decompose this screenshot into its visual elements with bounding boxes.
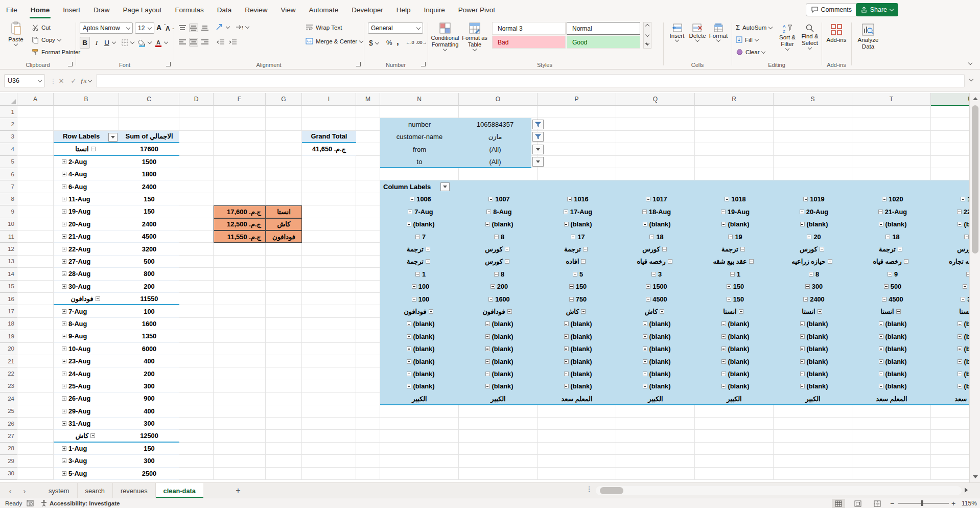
- row-header-10[interactable]: 10: [0, 218, 17, 230]
- row-header-12[interactable]: 12: [0, 243, 17, 255]
- pivot-cell[interactable]: 1: [931, 268, 969, 280]
- grand-total-header[interactable]: Grand Total: [302, 131, 356, 143]
- row-header-21[interactable]: 21: [0, 355, 17, 367]
- pivot-cell[interactable]: (blank): [538, 343, 616, 355]
- summary-value-فودافون[interactable]: ج.م. 11,550: [214, 230, 266, 243]
- pivot-cell[interactable]: (blank): [459, 380, 538, 392]
- collapse-box-icon[interactable]: [505, 247, 509, 251]
- pivot-cell[interactable]: (blank): [459, 318, 538, 330]
- zoom-level[interactable]: 115%: [962, 498, 977, 508]
- collapse-box-icon[interactable]: [721, 321, 726, 326]
- pivot-cell[interactable]: (blank): [852, 218, 931, 230]
- pivot-cell[interactable]: 18-Aug: [616, 205, 695, 218]
- row-header-8[interactable]: 8: [0, 193, 17, 205]
- pivot-cell[interactable]: (blank): [852, 318, 931, 330]
- pivot-cell[interactable]: 500: [852, 281, 931, 293]
- collapse-box-icon[interactable]: [805, 284, 810, 289]
- sheet-tab-clean-data[interactable]: clean-data: [156, 483, 203, 498]
- pivot-cell[interactable]: 17: [538, 230, 616, 243]
- collapse-box-icon[interactable]: [882, 197, 886, 201]
- summary-name-فودافون[interactable]: فودافون: [266, 230, 302, 243]
- pivot-cell[interactable]: (blank): [852, 355, 931, 367]
- collapse-box-icon[interactable]: [407, 334, 411, 339]
- rowvalue-21-Aug[interactable]: 4500: [119, 230, 179, 243]
- sheet-tab-system[interactable]: system: [41, 483, 78, 498]
- collapse-box-icon[interactable]: [879, 321, 883, 326]
- pivot-cell[interactable]: 200: [459, 281, 538, 293]
- collapse-box-icon[interactable]: [643, 359, 647, 364]
- pivot-cell[interactable]: كاش: [616, 305, 695, 317]
- pivot-cell[interactable]: (blank): [774, 355, 852, 367]
- pivot-cell[interactable]: (blank): [931, 330, 969, 342]
- pivot-cell[interactable]: (blank): [459, 355, 538, 367]
- row-header-15[interactable]: 15: [0, 281, 17, 293]
- pivot-cell[interactable]: ترجمة: [538, 243, 616, 255]
- collapse-box-icon[interactable]: [727, 297, 731, 302]
- expand-box-icon[interactable]: [62, 271, 66, 276]
- rowvalue-22-Aug[interactable]: 3200: [119, 243, 179, 255]
- collapse-box-icon[interactable]: [721, 334, 726, 339]
- row-header-19[interactable]: 19: [0, 330, 17, 342]
- collapse-box-icon[interactable]: [958, 372, 962, 376]
- row-header-27[interactable]: 27: [0, 430, 17, 442]
- grand-total-value[interactable]: ج.م. 41,650: [302, 143, 356, 155]
- collapse-box-icon[interactable]: [800, 347, 805, 351]
- pivot-cell[interactable]: الكبير: [616, 392, 695, 405]
- rowlabel-2-Aug[interactable]: 2-Aug: [54, 156, 119, 168]
- pivot-cell[interactable]: 8: [459, 230, 538, 243]
- rowlabel-20-Aug[interactable]: 20-Aug: [54, 218, 119, 230]
- collapse-box-icon[interactable]: [879, 347, 883, 351]
- collapse-box-icon[interactable]: [721, 359, 726, 364]
- collapse-box-icon[interactable]: [581, 259, 586, 264]
- collapse-box-icon[interactable]: [957, 210, 962, 214]
- pivot-cell[interactable]: كورس: [459, 243, 538, 255]
- column-header-C[interactable]: C: [119, 93, 179, 106]
- pivot-cell[interactable]: (blank): [852, 330, 931, 342]
- collapse-box-icon[interactable]: [963, 284, 967, 289]
- rowlabel-31-Aug[interactable]: 31-Aug: [54, 418, 119, 430]
- collapse-box-icon[interactable]: [800, 384, 805, 388]
- filter-button-to[interactable]: [532, 157, 544, 167]
- row-header-11[interactable]: 11: [0, 230, 17, 243]
- rowvalue-انستا[interactable]: 17600: [119, 143, 179, 155]
- pivot-cell[interactable]: (blank): [538, 218, 616, 230]
- row-header-16[interactable]: 16: [0, 293, 17, 305]
- pivot-cell[interactable]: 8-Aug: [459, 205, 538, 218]
- collapse-box-icon[interactable]: [728, 235, 733, 239]
- pivot-cell[interactable]: (blank): [538, 380, 616, 392]
- collapse-box-icon[interactable]: [426, 259, 430, 264]
- collapse-box-icon[interactable]: [643, 372, 647, 376]
- rowvalue-7-Aug[interactable]: 100: [119, 305, 179, 317]
- pivot-cell[interactable]: 18: [616, 230, 695, 243]
- pivot-cell[interactable]: 300: [774, 281, 852, 293]
- expand-box-icon[interactable]: [62, 209, 66, 214]
- pivot-cell[interactable]: 18: [852, 230, 931, 243]
- collapse-box-icon[interactable]: [958, 347, 962, 351]
- collapse-box-icon[interactable]: [879, 359, 883, 364]
- rowlabel-11-Aug[interactable]: 11-Aug: [54, 193, 119, 205]
- row-header-13[interactable]: 13: [0, 256, 17, 268]
- rowlabel-22-Aug[interactable]: 22-Aug: [54, 243, 119, 255]
- collapse-box-icon[interactable]: [884, 284, 889, 289]
- pivot-cell[interactable]: 3: [616, 268, 695, 280]
- collapse-box-icon[interactable]: [740, 247, 745, 251]
- pivot-cell[interactable]: 150: [538, 281, 616, 293]
- column-header-A[interactable]: A: [17, 93, 54, 106]
- collapse-box-icon[interactable]: [485, 384, 490, 388]
- pivot-cell[interactable]: 5: [538, 268, 616, 280]
- collapse-box-icon[interactable]: [879, 384, 883, 388]
- collapse-box-icon[interactable]: [879, 334, 883, 339]
- collapse-box-icon[interactable]: [885, 235, 890, 239]
- rowvalue-8-Aug[interactable]: 1600: [119, 318, 179, 330]
- collapse-box-icon[interactable]: [569, 297, 574, 302]
- pivot-cell[interactable]: (blank): [459, 367, 538, 380]
- collapse-box-icon[interactable]: [721, 210, 726, 214]
- collapse-box-icon[interactable]: [491, 284, 495, 289]
- rowlabel-9-Aug[interactable]: 9-Aug: [54, 330, 119, 342]
- pivot-cell[interactable]: 100: [380, 281, 459, 293]
- collapse-box-icon[interactable]: [668, 259, 672, 264]
- collapse-box-icon[interactable]: [749, 259, 754, 264]
- collapse-box-icon[interactable]: [643, 334, 647, 339]
- pivot-cell[interactable]: (blank): [774, 380, 852, 392]
- column-header-Q[interactable]: Q: [616, 93, 695, 106]
